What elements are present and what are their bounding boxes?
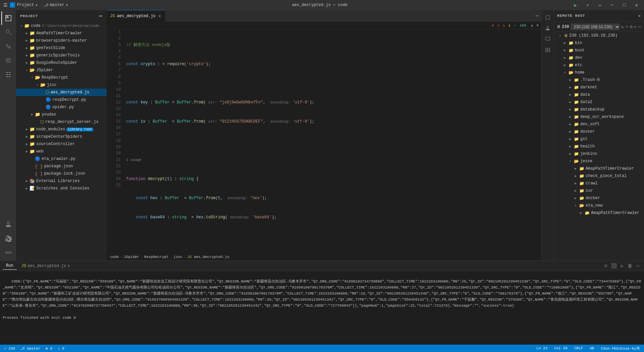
remote-tree-cur[interactable]: ▶ 📁 cur	[554, 187, 644, 194]
tree-root[interactable]: ▾ 📁 code C:\Users\epro\Desktop\code	[16, 22, 107, 30]
tree-item-jspider[interactable]: ▾ 📂 JSpider	[16, 67, 107, 74]
project-label[interactable]: Project ▾	[17, 3, 38, 8]
remote-tree-jesse[interactable]: ▾ 📂 jesse	[554, 158, 644, 165]
activity-settings[interactable]	[1, 232, 15, 245]
remote-tree-health[interactable]: ▶ 📁 health	[554, 143, 644, 150]
status-remote[interactable]: ⚡ 230	[3, 346, 16, 351]
activity-git[interactable]	[1, 40, 15, 53]
hamburger-icon[interactable]: ☰	[3, 2, 8, 8]
tree-item-resp-decrypt-server[interactable]: ▶ ⬡ resp_decrypt_server.js	[16, 118, 107, 126]
status-warnings[interactable]: ⚠ 0	[56, 346, 66, 351]
status-format[interactable]: CSon-FEGJesse-Ky等	[599, 346, 641, 351]
project-dropdown-icon[interactable]: ▾	[35, 3, 38, 8]
tab-run[interactable]: Run	[3, 262, 17, 270]
remote-tree-etanew-amappath[interactable]: ▶ 📁 AmapPathTimerCrawler	[554, 209, 644, 217]
tab-aes-decrypted[interactable]: JS aes_decrypted.js ✕	[107, 10, 165, 22]
remote-tree-jesse-docker[interactable]: ▶ 📁 docker	[554, 194, 644, 202]
activity-search[interactable]	[1, 26, 15, 39]
bottom-stop-icon[interactable]: ⬛	[610, 263, 617, 269]
remote-tree-data2[interactable]: ▶ 📁 data2	[554, 98, 644, 106]
breadcrumb-code[interactable]: code	[110, 255, 119, 259]
debug-icon[interactable]: ⚡	[584, 1, 592, 9]
scroll-up-icon[interactable]: ▲	[531, 24, 533, 28]
right-icon-account[interactable]	[543, 24, 552, 33]
tree-item-geetestslide[interactable]: ▶ 📁 geeTestSlide	[16, 44, 107, 52]
remote-ip-select[interactable]: 230 (192.168.10.230)	[571, 24, 620, 30]
remote-tree-trash[interactable]: ▶ 📁 .Trash-0	[554, 76, 644, 84]
tree-item-respdecryptpy[interactable]: ▶ 🔵 respDecrypt.py	[16, 96, 107, 103]
remote-tree-home[interactable]: ▾ 📂 home	[554, 69, 644, 76]
right-icon-explorer[interactable]	[543, 13, 552, 22]
remote-tree-devsoft[interactable]: ▶ 📁 dev_soft	[554, 121, 644, 128]
breadcrumb-jspider[interactable]: JSpider	[124, 255, 139, 259]
activity-explorer[interactable]	[1, 11, 15, 25]
tab-more-icon[interactable]: ⋯	[533, 12, 541, 19]
remote-tree-databackup[interactable]: ▶ 📁 databackup	[554, 106, 644, 113]
remote-tree-data[interactable]: ▶ 📁 data	[554, 91, 644, 98]
tree-item-scrapecenter[interactable]: ▶ 📁 scrapeCenterSpiders	[16, 133, 107, 140]
code-area[interactable]: // 解密方法 nodejs版 const crypto : = require…	[123, 29, 537, 253]
minimize-button[interactable]: ─	[608, 1, 616, 9]
branch-dropdown-icon[interactable]: ▾	[66, 3, 68, 8]
status-charset[interactable]: GB	[588, 346, 595, 350]
remote-tree-jenkins[interactable]: ▶ 📁 jenkins	[554, 150, 644, 158]
remote-tree-docker[interactable]: ▶ 📁 docker	[554, 128, 644, 135]
status-col[interactable]: Col 39	[553, 346, 569, 350]
remote-collapse-icon[interactable]: ⇤	[634, 24, 637, 30]
remote-tree-bin[interactable]: ▶ 📁 bin	[554, 39, 644, 47]
remote-tree-boot[interactable]: ▶ 📁 boot	[554, 47, 644, 54]
tree-item-scratches[interactable]: ▶ 📝 Scratches and Consoles	[16, 185, 107, 192]
activity-account[interactable]	[1, 218, 15, 231]
remote-settings-icon[interactable]: ⚙	[630, 24, 633, 30]
scroll-down-icon[interactable]: ▼	[536, 24, 539, 28]
remote-close-icon[interactable]: ✕	[638, 13, 641, 18]
editor-scrollbar[interactable]	[537, 29, 541, 253]
status-line[interactable]: Ln 23	[535, 346, 549, 350]
remote-tree-etc[interactable]: ▶ 📁 etc	[554, 61, 644, 69]
tab-close-icon[interactable]: ✕	[158, 13, 162, 19]
tree-item-googleroutespider[interactable]: ▶ 📁 GoogleRouteSpider	[16, 59, 107, 67]
tree-item-packagelockjson[interactable]: ▶ { } package-lock.json	[16, 170, 107, 177]
tree-item-node-modules[interactable]: ▶ 📁 node_modules library root	[16, 126, 107, 133]
tree-item-respdecrypt[interactable]: ▾ 📂 RespDecrypt	[16, 74, 107, 81]
tree-item-sourcecontroller[interactable]: ▶ 📁 sourceController	[16, 140, 107, 148]
tab-aes-close-bottom[interactable]: ✕	[67, 263, 70, 268]
tree-item-spiderpy[interactable]: ▶ 🔵 spider.py	[16, 103, 107, 111]
tree-item-etacrawler[interactable]: ▶ 🔵 eta_crawler.py	[16, 155, 107, 163]
tree-item-external-libraries[interactable]: ▶ 📚 External Libraries	[16, 177, 107, 185]
remote-more-icon[interactable]: ⋯	[638, 24, 641, 30]
bottom-clear-icon[interactable]: ⊘	[602, 263, 609, 269]
breadcrumb-respdecrypt[interactable]: RespDecrypt	[144, 255, 169, 259]
maximize-button[interactable]: □	[620, 1, 628, 9]
remote-tree-deepocr[interactable]: ▶ 📁 deep_ocr_workspace	[554, 113, 644, 121]
breadcrumb-jzsc[interactable]: jzsc	[173, 255, 182, 259]
remote-refresh-icon[interactable]: ↻	[621, 24, 624, 30]
remote-new-icon[interactable]: +	[625, 24, 628, 30]
status-encoding[interactable]: CRLF	[573, 346, 584, 350]
remote-tree-checkpiece[interactable]: ▶ 📁 check_piece_total	[554, 172, 644, 180]
status-branch[interactable]: ⎇ master	[19, 346, 42, 351]
remote-tree-crawl[interactable]: ▶ 📁 crawl	[554, 180, 644, 187]
right-icon-monitor[interactable]	[543, 34, 552, 44]
remote-tree-git[interactable]: ▶ 📁 git	[554, 135, 644, 143]
tree-item-jzsc[interactable]: ▾ 📂 jzsc	[16, 81, 107, 89]
tree-item-genericspidertools[interactable]: ▶ 📁 genericSpiderTools	[16, 52, 107, 59]
tree-item-youdao[interactable]: ▶ 📁 youdao	[16, 111, 107, 118]
activity-debug[interactable]	[1, 54, 15, 67]
sidebar-more-icon[interactable]: ⋯	[99, 13, 103, 19]
tree-item-web[interactable]: ▶ 📁 web	[16, 148, 107, 155]
run-icon[interactable]: ▶	[571, 1, 579, 9]
tree-item-aes-decrypted[interactable]: ▶ ⬡ aes_decrypted.js	[16, 89, 107, 96]
right-icon-table[interactable]	[543, 45, 552, 54]
tree-item-browserspiders[interactable]: ▶ 📁 browserspiders-master	[16, 37, 107, 44]
remote-root[interactable]: ▾ 🖥 230 (192.168.10.230)	[554, 32, 644, 39]
status-errors[interactable]: ⊗ 0	[44, 346, 54, 351]
remote-tree-amapathcrawler[interactable]: ▶ 📁 AmapPathTimerCrawler	[554, 165, 644, 172]
branch-label[interactable]: ⎇ master ▾	[44, 3, 68, 8]
close-button[interactable]: ✕	[633, 1, 641, 9]
bottom-restart-icon[interactable]: ↻	[619, 263, 625, 269]
activity-remote[interactable]	[1, 246, 15, 259]
tree-item-amapathcrawler[interactable]: ▶ 📁 AmaPathTimerCrawler	[16, 30, 107, 37]
activity-extensions[interactable]	[1, 68, 15, 81]
bottom-more-icon[interactable]: ⋯	[635, 263, 641, 269]
